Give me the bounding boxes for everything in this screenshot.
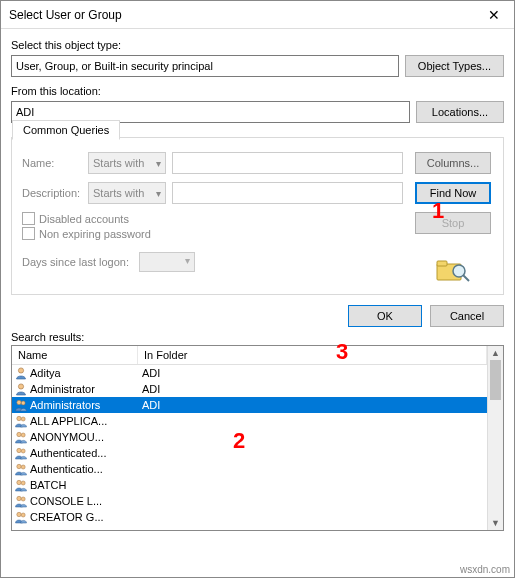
- name-match-select: Starts with: [88, 152, 166, 174]
- disabled-accounts-checkbox: [22, 212, 35, 225]
- svg-point-17: [21, 481, 25, 485]
- scroll-up-icon[interactable]: ▲: [488, 346, 503, 360]
- svg-point-12: [17, 448, 21, 452]
- name-input: [172, 152, 403, 174]
- svg-point-7: [21, 401, 25, 405]
- group-icon: [14, 494, 28, 508]
- svg-point-9: [21, 417, 25, 421]
- group-icon: [14, 478, 28, 492]
- cancel-button[interactable]: Cancel: [430, 305, 504, 327]
- table-row[interactable]: Authenticatio...: [12, 461, 487, 477]
- row-folder: ADI: [138, 383, 485, 395]
- titlebar: Select User or Group ✕: [1, 1, 514, 29]
- disabled-accounts-label: Disabled accounts: [39, 213, 129, 225]
- column-header-folder[interactable]: In Folder: [138, 346, 487, 364]
- table-row[interactable]: ANONYMOU...: [12, 429, 487, 445]
- table-row[interactable]: Authenticated...: [12, 445, 487, 461]
- table-row[interactable]: BATCH: [12, 477, 487, 493]
- group-icon: [14, 510, 28, 524]
- name-label: Name:: [22, 157, 82, 169]
- svg-point-4: [18, 368, 23, 373]
- days-since-logon-select: [139, 252, 195, 272]
- table-row[interactable]: CREATOR G...: [12, 509, 487, 525]
- row-name: BATCH: [30, 479, 66, 491]
- svg-point-14: [17, 464, 21, 468]
- svg-point-16: [17, 480, 21, 484]
- table-row[interactable]: AdministratorsADI: [12, 397, 487, 413]
- svg-point-8: [17, 416, 21, 420]
- stop-button: Stop: [415, 212, 491, 234]
- svg-point-20: [17, 512, 21, 516]
- object-types-button[interactable]: Object Types...: [405, 55, 504, 77]
- close-icon: ✕: [488, 7, 500, 23]
- dialog-content: Select this object type: Object Types...…: [1, 29, 514, 531]
- search-folder-icon: [436, 258, 470, 284]
- row-name: CONSOLE L...: [30, 495, 102, 507]
- columns-button[interactable]: Columns...: [415, 152, 491, 174]
- table-row[interactable]: ALL APPLICA...: [12, 413, 487, 429]
- window-title: Select User or Group: [9, 8, 122, 22]
- svg-point-21: [21, 513, 25, 517]
- watermark: wsxdn.com: [460, 564, 510, 575]
- row-folder: ADI: [138, 399, 485, 411]
- group-icon: [14, 430, 28, 444]
- dialog-window: Select User or Group ✕ Select this objec…: [0, 0, 515, 578]
- svg-line-3: [463, 275, 469, 281]
- row-folder: ADI: [138, 367, 485, 379]
- days-since-logon-label: Days since last logon:: [22, 256, 129, 268]
- svg-point-6: [17, 400, 21, 404]
- row-name: Aditya: [30, 367, 61, 379]
- group-icon: [14, 446, 28, 460]
- description-match-select: Starts with: [88, 182, 166, 204]
- svg-point-18: [17, 496, 21, 500]
- svg-point-19: [21, 497, 25, 501]
- ok-button[interactable]: OK: [348, 305, 422, 327]
- description-label: Description:: [22, 187, 82, 199]
- results-scrollbar[interactable]: ▲ ▼: [487, 346, 503, 530]
- results-container: Name In Folder AdityaADIAdministratorADI…: [11, 345, 504, 531]
- non-expiring-checkbox: [22, 227, 35, 240]
- svg-rect-1: [437, 261, 447, 266]
- scroll-thumb[interactable]: [490, 360, 501, 400]
- search-results-label: Search results:: [11, 331, 504, 343]
- group-icon: [14, 398, 28, 412]
- common-queries-frame: Common Queries Name: Starts with Descrip…: [11, 137, 504, 295]
- non-expiring-label: Non expiring password: [39, 228, 151, 240]
- svg-point-10: [17, 432, 21, 436]
- svg-point-5: [18, 384, 23, 389]
- row-name: Administrator: [30, 383, 95, 395]
- group-icon: [14, 462, 28, 476]
- tab-common-queries[interactable]: Common Queries: [12, 120, 120, 140]
- from-location-label: From this location:: [11, 85, 504, 97]
- row-name: CREATOR G...: [30, 511, 104, 523]
- user-icon: [14, 366, 28, 380]
- svg-point-15: [21, 465, 25, 469]
- row-name: Administrators: [30, 399, 100, 411]
- table-row[interactable]: CONSOLE L...: [12, 493, 487, 509]
- locations-button[interactable]: Locations...: [416, 101, 504, 123]
- find-now-button[interactable]: Find Now: [415, 182, 491, 204]
- close-button[interactable]: ✕: [474, 1, 514, 29]
- group-icon: [14, 414, 28, 428]
- description-input: [172, 182, 403, 204]
- object-type-field[interactable]: [11, 55, 399, 77]
- table-row[interactable]: AdministratorADI: [12, 381, 487, 397]
- results-header: Name In Folder: [12, 346, 487, 365]
- results-list[interactable]: Name In Folder AdityaADIAdministratorADI…: [12, 346, 487, 530]
- scroll-down-icon[interactable]: ▼: [488, 516, 503, 530]
- object-type-label: Select this object type:: [11, 39, 504, 51]
- svg-point-11: [21, 433, 25, 437]
- user-icon: [14, 382, 28, 396]
- row-name: Authenticated...: [30, 447, 106, 459]
- table-row[interactable]: AdityaADI: [12, 365, 487, 381]
- row-name: Authenticatio...: [30, 463, 103, 475]
- row-name: ALL APPLICA...: [30, 415, 107, 427]
- svg-point-13: [21, 449, 25, 453]
- row-name: ANONYMOU...: [30, 431, 104, 443]
- column-header-name[interactable]: Name: [12, 346, 138, 364]
